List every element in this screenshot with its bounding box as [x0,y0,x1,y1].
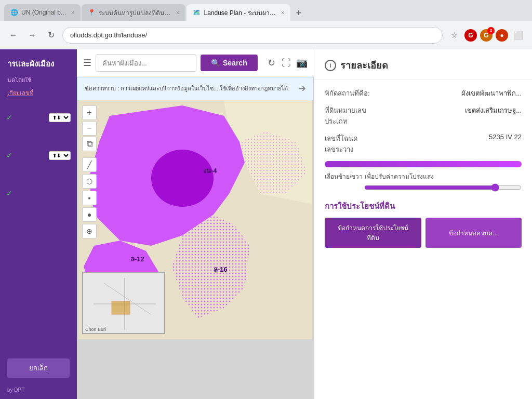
tab-3-close[interactable]: × [281,9,284,16]
field-label-chanot: เลขที่โฉนด [325,133,357,144]
profile-icon-red: G [464,29,477,42]
hamburger-button[interactable]: ☰ [83,57,91,69]
panel-content: พิกัดสถานที่คือ: ผังเขตพัฒนาพาพิก... ที่… [314,79,532,256]
field-row-type: ที่ดินหมายเลข ประเภท เขตส่งเสริมเกรษฐ... [325,105,522,127]
forward-button[interactable]: → [25,28,39,43]
land-use-regulation-button[interactable]: ข้อกำหนดการใช้ประโยชน์ที่ดิน [325,218,421,248]
list-item: ✓ ⬆⬇ [4,110,73,125]
address-input[interactable] [62,27,443,44]
layer-list: ✓ ⬆⬇ ✓ ⬆⬇ ✓ [0,106,77,353]
zoom-controls: + − [82,105,97,136]
field-value-location: ผังเขตพัฒนาพาพิก... [461,88,522,99]
svg-point-5 [151,150,214,207]
expand-icon-btn[interactable]: ⛶ [281,54,292,72]
sidebar-register[interactable]: เกียมเลขที่ [0,88,77,106]
field-row-code: เลขที่โฉนด เลขระวาง 5235 IV 22 [325,133,522,155]
app-container: ารและผังเมือง นดโดยใช้ เกียมเลขที่ ✓ ⬆⬇ … [0,49,532,399]
bookmark-icon[interactable]: ☆ [447,28,461,43]
action-buttons: ข้อกำหนดการใช้ประโยชน์ที่ดิน ข้อกำหนดควบ… [325,218,522,248]
brightness-bar-container: เลื่อนซ้าย/ขวา เพื่อปรับค่าความโปร่งแสง [325,161,522,192]
svg-rect-16 [112,301,130,314]
tab-1[interactable]: 🌐 UN (Original b... × [4,4,81,21]
zoom-in-button[interactable]: + [82,105,97,120]
sidebar-subtitle: นดโดยใช้ [0,76,77,88]
layer-select-1[interactable]: ⬆⬇ [49,113,71,122]
browser-chrome: 🌐 UN (Original b... × 📍 ระบบค้นหารูปแปลง… [0,0,532,49]
back-button[interactable]: ← [6,28,21,43]
tab-2-title: ระบบค้นหารูปแปลงที่ดิน (LandsMa... [99,8,171,18]
layers-toggle-button[interactable]: ⧉ [82,137,97,151]
draw-line-tool[interactable]: ╱ [82,157,97,172]
search-icon: 🔍 [211,59,220,67]
tab-3-title: Landuse Plan - ระบบผาวจกอมผิ... [204,8,276,18]
land-use-control-button[interactable]: ข้อกำหนดควบค... [425,218,522,248]
minimap-label: Chon Buri [85,327,162,332]
panel-header: i รายละเอียด [314,49,532,79]
zoom-out-button[interactable]: − [82,121,97,136]
map-notice: ข้อควรทราบ : การเผยแพร่และบริการข้อมูลใน… [77,77,314,100]
layer-check-1: ✓ [6,113,12,122]
field-label-location: พิกัดสถานที่คือ: [325,88,461,99]
profile-icon-orange: G2 [480,29,493,42]
list-item: ✓ [4,186,73,201]
extensions-icon[interactable]: ⬜ [511,28,526,43]
cancel-button[interactable]: ยกเล็ก [7,358,70,378]
field-row-location: พิกัดสถานที่คือ: ผังเขตพัฒนาพาพิก... [325,88,522,99]
draw-rectangle-tool[interactable]: ▪ [82,191,97,205]
draw-point-tool[interactable]: ● [82,207,97,222]
right-panel: i รายละเอียด พิกัดสถานที่คือ: ผังเขตพัฒน… [314,49,532,399]
map-area: ☰ 🔍 Search ↻ ⛶ 📷 ข้อควรทราบ : การเผยแพร่… [77,49,314,399]
tab-2-favicon: 📍 [88,9,96,16]
layer-check-2: ✓ [6,151,12,159]
map-search-input[interactable] [96,54,196,72]
tab-2-close[interactable]: × [176,9,179,16]
powered-by: by DPT [0,383,77,399]
tab-1-close[interactable]: × [71,9,74,16]
measure-tool[interactable]: ⊕ [82,224,97,238]
svg-text:งน-4: งน-4 [203,167,217,175]
map-tools: ╱ ⬡ ▪ ● ⊕ [82,157,97,238]
refresh-icon-btn[interactable]: ↻ [266,54,277,72]
notice-text: ข้อควรทราบ : การเผยแพร่และบริการข้อมูลใน… [85,84,294,93]
draw-polygon-tool[interactable]: ⬡ [82,174,97,189]
search-button[interactable]: 🔍 Search [201,55,258,71]
field-label-rawang: เลขระวาง [325,144,357,155]
search-label: Search [223,59,247,67]
layer-check-3: ✓ [6,189,12,197]
map-toolbar: ☰ 🔍 Search ↻ ⛶ 📷 [77,49,314,77]
tab-2[interactable]: 📍 ระบบค้นหารูปแปลงที่ดิน (LandsMa... × [82,4,185,21]
minimap: Chon Buri [82,272,165,334]
sidebar-title: ารและผังเมือง [0,49,77,76]
svg-text:ล-12: ล-12 [130,255,144,263]
sidebar: ารและผังเมือง นดโดยใช้ เกียมเลขที่ ✓ ⬆⬇ … [0,49,77,399]
panel-title: รายละเอียด [340,58,388,73]
profile-icon-dark: ● [496,29,508,42]
brightness-label: เลื่อนซ้าย/ขวา เพื่อปรับค่าความโปร่งแสง [325,171,522,181]
tab-1-title: UN (Original b... [21,9,66,16]
list-item: ✓ ⬆⬇ [4,148,73,163]
address-actions: ☆ G G2 ● ⬜ [447,28,526,43]
camera-icon-btn[interactable]: 📷 [296,54,308,72]
info-icon: i [325,60,336,71]
field-label-land-number: ที่ดินหมายเลข [325,105,366,116]
tab-bar: 🌐 UN (Original b... × 📍 ระบบค้นหารูปแปลง… [0,0,532,21]
field-value-type: เขตส่งเสริมเกรษฐ... [465,105,522,116]
tab-3-favicon: 🗺️ [193,9,201,16]
field-value-code: 5235 IV 22 [489,133,522,141]
tab-3[interactable]: 🗺️ Landuse Plan - ระบบผาวจกอมผิ... × [187,4,290,21]
land-use-section-title: การใช้ประโยชน์ที่ดิน [325,200,522,212]
new-tab-button[interactable]: + [291,6,305,21]
minimap-svg [83,273,165,334]
brightness-bar [325,161,522,167]
map-canvas[interactable]: งน-4 ล-12 ล-16 + − ⧉ ╱ ⬡ ▪ ● ⊕ [77,100,314,339]
notice-arrow-icon[interactable]: ➜ [298,82,306,96]
field-label-type: ประเภท [325,116,366,127]
brightness-slider[interactable] [364,183,522,192]
tab-1-favicon: 🌐 [10,9,18,16]
svg-text:ล-16: ล-16 [214,265,228,273]
layer-select-2[interactable]: ⬆⬇ [49,151,71,160]
reload-button[interactable]: ↻ [44,28,58,43]
address-bar-row: ← → ↻ ☆ G G2 ● ⬜ [0,21,532,49]
